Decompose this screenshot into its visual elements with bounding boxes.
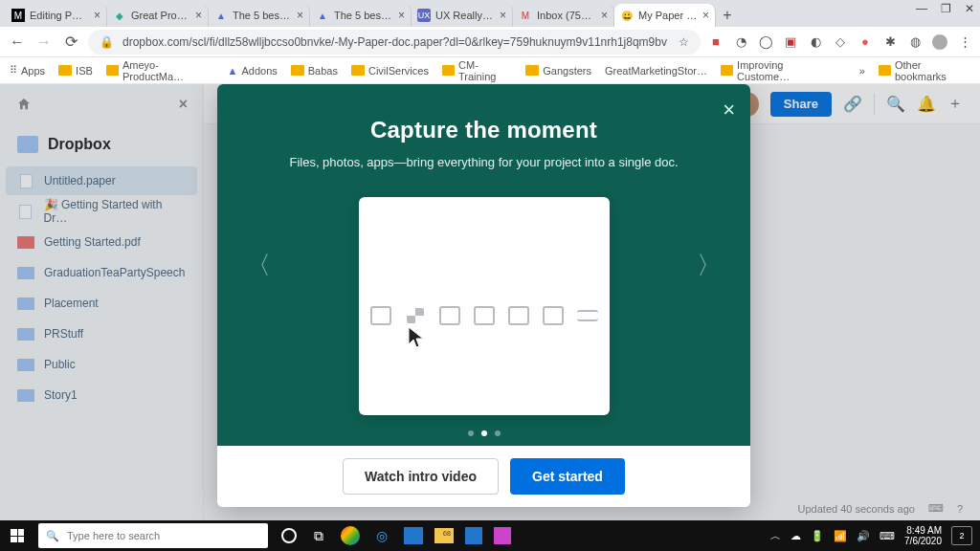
other-bookmarks[interactable]: Other bookmarks	[879, 59, 970, 82]
tray-clock[interactable]: 8:49 AM 7/6/2020	[904, 525, 942, 546]
cortana-icon[interactable]	[281, 528, 297, 543]
calendar-icon	[508, 306, 529, 325]
browser-tab[interactable]: M Inbox (755) - vikra ×	[513, 4, 614, 27]
browser-tab[interactable]: M Editing PM's guide ×	[6, 4, 107, 27]
tab-title: The 5 best walkth	[233, 10, 292, 21]
bookmark-item[interactable]: Babas	[291, 65, 338, 77]
taskbar-app-explorer[interactable]: 68	[434, 528, 454, 543]
tab-close-icon[interactable]: ×	[702, 9, 709, 22]
bookmarks-overflow-icon[interactable]: »	[859, 65, 865, 77]
extension-icon[interactable]: ◇	[833, 34, 848, 50]
tray-battery-icon[interactable]: 🔋	[811, 530, 824, 542]
tab-title: The 5 best user on	[334, 10, 393, 21]
action-center-icon[interactable]: 2	[951, 526, 972, 545]
tab-close-icon[interactable]: ×	[195, 9, 202, 22]
notif-count: 2	[959, 531, 964, 540]
tab-close-icon[interactable]: ×	[94, 9, 100, 22]
taskbar-app-edge[interactable]: ◎	[371, 525, 392, 546]
forward-button[interactable]: →	[34, 33, 54, 51]
bookmark-item[interactable]: ▲Addons	[228, 65, 278, 77]
tray-volume-icon[interactable]: 🔊	[857, 530, 870, 542]
bookmark-item[interactable]: CivilServices	[351, 65, 429, 77]
apps-grid-icon: ⠿	[10, 64, 17, 77]
apps-button[interactable]: ⠿Apps	[10, 64, 45, 77]
tab-close-icon[interactable]: ×	[601, 9, 608, 22]
modal-subheading: Files, photos, apps—bring everything for…	[217, 155, 750, 169]
browser-tab[interactable]: UX UX ReallyGoodUX | P ×	[412, 4, 513, 27]
new-tab-button[interactable]: +	[716, 4, 739, 27]
get-started-button[interactable]: Get started	[510, 458, 625, 495]
window-restore-icon[interactable]: ❐	[941, 2, 951, 15]
cursor-icon	[407, 325, 426, 350]
carousel-dot[interactable]	[495, 430, 501, 436]
carousel-slide	[359, 197, 610, 415]
watch-intro-button[interactable]: Watch intro video	[343, 458, 499, 495]
tab-title: My Paper doc	[638, 10, 698, 21]
reload-button[interactable]: ⟳	[61, 33, 80, 51]
extension-icon[interactable]: ●	[858, 34, 873, 50]
modal-hero: × Capture the moment Files, photos, apps…	[217, 84, 750, 446]
bookmarks-bar: ⠿Apps ISB Ameyo-ProductMa… ▲Addons Babas…	[0, 57, 980, 84]
tab-title: Inbox (755) - vikra	[537, 10, 596, 21]
extension-icon[interactable]: ◔	[733, 34, 748, 50]
bookmark-item[interactable]: Improving Custome…	[721, 59, 833, 82]
start-button[interactable]	[0, 520, 34, 551]
address-bar[interactable]: 🔒 dropbox.com/scl/fi/dllz58wlljbccso0bnv…	[88, 30, 701, 55]
window-minimize-icon[interactable]: —	[916, 2, 927, 15]
browser-toolbar: ← → ⟳ 🔒 dropbox.com/scl/fi/dllz58wlljbcc…	[0, 27, 980, 57]
extension-icon[interactable]: ▣	[783, 34, 798, 50]
window-close-icon[interactable]: ✕	[965, 2, 974, 15]
bookmark-item[interactable]: CM-Training	[442, 59, 512, 82]
bookmark-item[interactable]: GreatMarketingStor…	[605, 65, 707, 77]
browser-tab[interactable]: ◆ Great Product Tou ×	[107, 4, 209, 27]
tray-onedrive-icon[interactable]: ☁	[791, 530, 801, 542]
extension-icon[interactable]: ◍	[907, 34, 923, 50]
folder-icon	[106, 65, 119, 76]
folder-icon	[442, 65, 455, 76]
carousel-dot[interactable]	[468, 430, 474, 436]
browser-menu-icon[interactable]: ⋮	[957, 34, 972, 50]
lock-icon: 🔒	[100, 35, 115, 49]
carousel-dot-active[interactable]	[481, 430, 487, 436]
bookmark-label: ISB	[76, 65, 93, 77]
carousel-prev-icon[interactable]: 〈	[246, 249, 271, 282]
tray-chevron-up-icon[interactable]: ︿	[770, 529, 781, 543]
tray-wifi-icon[interactable]: 📶	[834, 530, 847, 542]
favicon-icon: 😀	[620, 9, 634, 22]
favicon-icon: UX	[417, 9, 431, 22]
tab-title: Great Product Tou	[131, 10, 190, 21]
bookmark-label: CM-Training	[458, 59, 512, 82]
modal-close-icon[interactable]: ×	[723, 98, 735, 122]
extension-icon[interactable]: ◐	[808, 34, 823, 50]
carousel-next-icon[interactable]: 〉	[697, 249, 722, 282]
browser-tab[interactable]: ▲ The 5 best user on ×	[310, 4, 412, 27]
extension-icon[interactable]: ■	[708, 34, 724, 50]
favicon-icon: M	[519, 9, 532, 22]
tray-language-icon[interactable]: ⌨	[880, 530, 895, 542]
bookmark-label: Apps	[21, 65, 45, 77]
bookmark-item[interactable]: Ameyo-ProductMa…	[106, 59, 214, 82]
bookmark-item[interactable]: ISB	[58, 65, 93, 77]
taskbar-app-snip[interactable]	[494, 527, 511, 544]
page-content: × Dropbox Untitled.paper 🎉 Getting Start…	[0, 84, 980, 520]
taskbar-search[interactable]: 🔍 Type here to search	[38, 523, 268, 548]
extension-icon[interactable]: ◯	[758, 34, 773, 50]
browser-tab-active[interactable]: 😀 My Paper doc ×	[614, 4, 716, 27]
tab-close-icon[interactable]: ×	[500, 9, 506, 22]
bookmark-star-icon[interactable]: ☆	[679, 35, 689, 49]
task-view-icon[interactable]: ⧉	[308, 525, 329, 546]
taskbar-app-chrome[interactable]	[341, 526, 360, 545]
onboarding-modal: × Capture the moment Files, photos, apps…	[217, 84, 750, 507]
profile-avatar-icon[interactable]	[932, 34, 947, 50]
clock-time: 8:49 AM	[904, 525, 942, 536]
bookmark-label: GreatMarketingStor…	[605, 65, 707, 77]
taskbar-app-mail[interactable]	[404, 527, 423, 544]
bookmark-label: Gangsters	[543, 65, 591, 77]
back-button[interactable]: ←	[8, 33, 27, 51]
extension-icon[interactable]: ✱	[882, 34, 898, 50]
tab-close-icon[interactable]: ×	[398, 9, 405, 22]
browser-tab[interactable]: ▲ The 5 best walkth ×	[209, 4, 310, 27]
tab-close-icon[interactable]: ×	[297, 9, 303, 22]
bookmark-item[interactable]: Gangsters	[525, 65, 591, 77]
taskbar-app-store[interactable]	[465, 527, 482, 544]
